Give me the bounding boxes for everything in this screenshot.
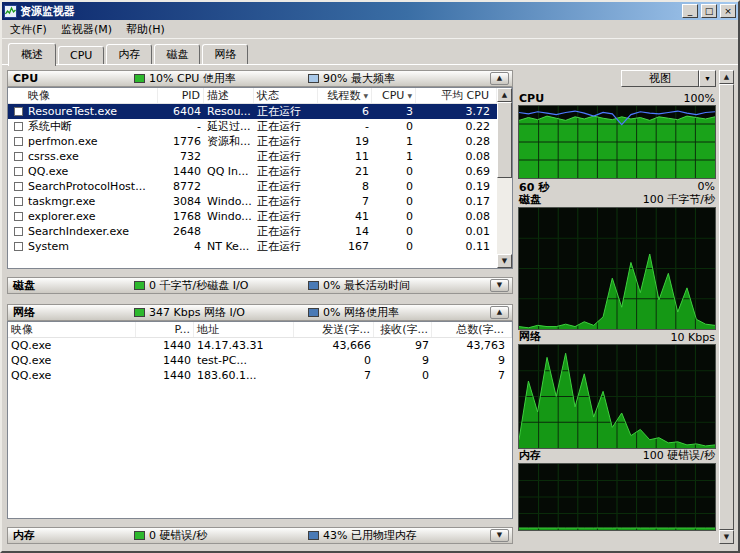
disk-active-label: 0% 最长活动时间 <box>323 278 410 293</box>
memory-faults-metric: 0 硬错误/秒 <box>134 528 308 543</box>
table-row[interactable]: SearchProtocolHost... 8772 正在运行 8 0 0.19 <box>8 179 497 194</box>
sort-dropdown-icon: ▼ <box>363 93 368 99</box>
cpu-frequency-label: 90% 最大频率 <box>323 71 395 86</box>
column-header-sent[interactable]: 发送(字... <box>294 322 374 337</box>
cell-address: 183.60.1... <box>194 368 294 383</box>
scroll-down-icon[interactable]: ▼ <box>719 530 734 544</box>
column-header-pid[interactable]: P... <box>136 322 194 337</box>
scroll-down-icon[interactable]: ▼ <box>497 254 512 268</box>
column-header-image[interactable]: 映像 <box>8 322 136 337</box>
table-row[interactable]: QQ.exe 1440 test-PC... 0 9 9 <box>8 353 512 368</box>
disk-io-label: 0 千字节/秒磁盘 I/O <box>149 278 248 293</box>
blue-swatch-icon <box>308 531 319 540</box>
table-row[interactable]: SearchIndexer.exe 2648 正在运行 14 0 0.01 <box>8 224 497 239</box>
cell-image: perfmon.exe <box>8 134 158 149</box>
tab-disk[interactable]: 磁盘 <box>154 44 200 64</box>
row-checkbox[interactable] <box>14 197 23 206</box>
column-header-image[interactable]: 映像 <box>8 88 158 103</box>
menu-help[interactable]: 帮助(H) <box>119 20 172 39</box>
cell-desc: 延迟过... <box>204 119 254 134</box>
row-checkbox[interactable] <box>14 212 23 221</box>
blue-swatch-icon <box>308 308 319 317</box>
cell-avg-cpu: 0.69 <box>416 164 497 179</box>
table-row[interactable]: 系统中断 - 延迟过... 正在运行 - 0 0.22 <box>8 119 497 134</box>
column-header-address[interactable]: 地址 <box>194 322 294 337</box>
column-header-avg-cpu[interactable]: 平均 CPU <box>416 88 497 103</box>
cpu-frequency-metric: 90% 最大频率 <box>308 71 486 86</box>
cell-avg-cpu: 0.08 <box>416 149 497 164</box>
tab-network[interactable]: 网络 <box>202 44 248 64</box>
row-checkbox[interactable] <box>14 182 23 191</box>
disk-io-metric: 0 千字节/秒磁盘 I/O <box>134 278 308 293</box>
memory-used-label: 43% 已用物理内存 <box>323 528 417 543</box>
column-header-pid[interactable]: PID <box>158 88 204 103</box>
row-checkbox[interactable] <box>14 107 23 116</box>
cell-status: 正在运行 <box>254 134 318 149</box>
cpu-collapse-button[interactable]: ▲ <box>490 72 509 85</box>
scrollbar-track[interactable] <box>497 178 512 254</box>
view-button[interactable]: 视图 <box>621 70 699 87</box>
cell-threads: - <box>318 119 372 134</box>
table-row[interactable]: QQ.exe 1440 QQ In... 正在运行 21 0 0.69 <box>8 164 497 179</box>
cell-image: System <box>8 239 158 254</box>
app-icon <box>4 5 17 18</box>
cpu-graph-max: 100% <box>684 92 715 105</box>
row-checkbox[interactable] <box>14 167 23 176</box>
table-row[interactable]: csrss.exe 732 正在运行 11 1 0.08 <box>8 149 497 164</box>
panel-scrollbar[interactable]: ▲ ▼ <box>719 70 734 544</box>
network-section-title: 网络 <box>8 305 134 320</box>
cpu-section-header[interactable]: CPU 10% CPU 使用率 90% 最大频率 ▲ <box>7 70 513 87</box>
cell-sent: 7 <box>294 368 374 383</box>
title-bar[interactable]: 资源监视器 _ □ × <box>2 2 738 20</box>
minimize-icon: _ <box>688 6 693 16</box>
cell-total: 7 <box>432 368 512 383</box>
cell-image: QQ.exe <box>8 338 136 353</box>
memory-faults-label: 0 硬错误/秒 <box>149 528 207 543</box>
cell-desc <box>204 224 254 239</box>
column-header-threads[interactable]: 线程数▼ <box>318 88 372 103</box>
cpu-table-scrollbar[interactable]: ▲ ▼ <box>497 88 512 268</box>
tab-memory[interactable]: 内存 <box>106 44 152 64</box>
column-header-desc[interactable]: 描述 <box>204 88 254 103</box>
tab-cpu[interactable]: CPU <box>58 46 104 64</box>
scrollbar-thumb[interactable] <box>719 84 734 530</box>
close-button[interactable]: × <box>720 4 736 18</box>
row-checkbox[interactable] <box>14 152 23 161</box>
scroll-up-icon[interactable]: ▲ <box>497 88 512 102</box>
resource-monitor-window: 资源监视器 _ □ × 文件(F) 监视器(M) 帮助(H) 概述 CPU 内存… <box>0 0 740 553</box>
network-section-header[interactable]: 网络 347 Kbps 网络 I/O 0% 网络使用率 ▲ <box>7 304 513 321</box>
disk-section-header[interactable]: 磁盘 0 千字节/秒磁盘 I/O 0% 最长活动时间 ▼ <box>7 277 513 294</box>
maximize-button[interactable]: □ <box>701 4 717 18</box>
scrollbar-thumb[interactable] <box>497 102 512 178</box>
table-row[interactable]: QQ.exe 1440 183.60.1... 7 0 7 <box>8 368 512 383</box>
table-row[interactable]: ResoureTest.exe 6404 Resou... 正在运行 6 3 3… <box>8 104 497 119</box>
table-row[interactable]: perfmon.exe 1776 资源和... 正在运行 19 1 0.28 <box>8 134 497 149</box>
column-header-received[interactable]: 接收(字... <box>374 322 432 337</box>
column-header-status[interactable]: 状态 <box>254 88 318 103</box>
table-row[interactable]: taskmgr.exe 3084 Windo... 正在运行 7 0 0.17 <box>8 194 497 209</box>
menu-monitor[interactable]: 监视器(M) <box>54 20 119 39</box>
table-row[interactable]: System 4 NT Ke... 正在运行 167 0 0.11 <box>8 239 497 254</box>
memory-expand-button[interactable]: ▼ <box>490 529 509 542</box>
view-dropdown-button[interactable]: ▼ <box>699 70 716 87</box>
table-row[interactable]: QQ.exe 1440 14.17.43.31 43,666 97 43,763 <box>8 338 512 353</box>
row-checkbox[interactable] <box>14 122 23 131</box>
row-checkbox[interactable] <box>14 227 23 236</box>
row-checkbox[interactable] <box>14 242 23 251</box>
network-graph-label: 网络 10 Kbps <box>518 330 716 344</box>
column-header-cpu[interactable]: CPU▼ <box>372 88 416 103</box>
network-collapse-button[interactable]: ▲ <box>490 306 509 319</box>
memory-section-header[interactable]: 内存 0 硬错误/秒 43% 已用物理内存 ▼ <box>7 527 513 544</box>
memory-graph <box>518 463 716 531</box>
column-header-total[interactable]: 总数(字... <box>432 322 512 337</box>
table-row[interactable]: explorer.exe 1768 Windo... 正在运行 41 0 0.0… <box>8 209 497 224</box>
cell-cpu: 0 <box>372 224 416 239</box>
minimize-button[interactable]: _ <box>682 4 698 18</box>
disk-expand-button[interactable]: ▼ <box>490 279 509 292</box>
menu-file[interactable]: 文件(F) <box>3 20 54 39</box>
memory-used-metric: 43% 已用物理内存 <box>308 528 486 543</box>
memory-section-title: 内存 <box>8 528 134 543</box>
row-checkbox[interactable] <box>14 137 23 146</box>
tab-overview[interactable]: 概述 <box>8 43 56 66</box>
scroll-up-icon[interactable]: ▲ <box>719 70 734 84</box>
